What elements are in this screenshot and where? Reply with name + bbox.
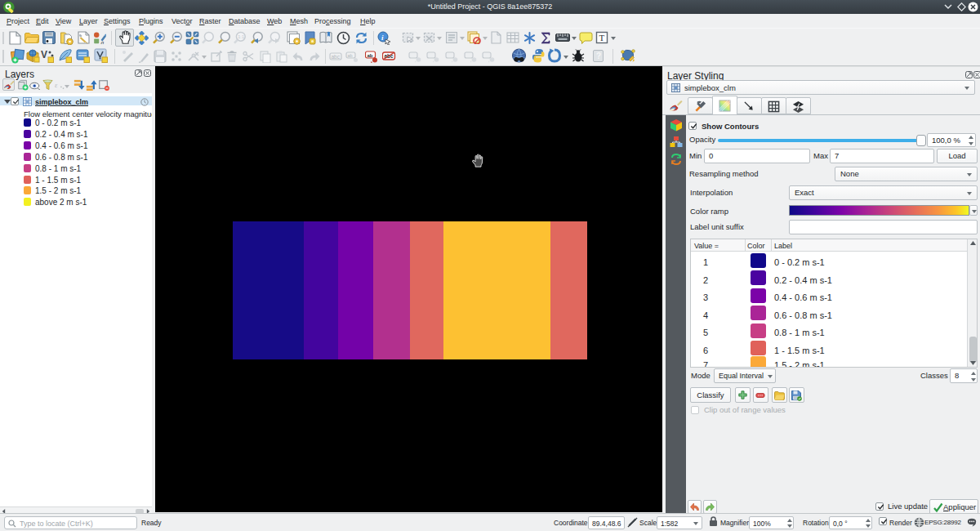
- svg-text:ε: ε: [55, 81, 58, 89]
- svg-text:ab: ab: [368, 53, 373, 58]
- svg-text:a: a: [101, 39, 105, 45]
- svg-text:V: V: [41, 49, 47, 60]
- svg-text:1:1: 1:1: [238, 34, 244, 39]
- svg-text:abc: abc: [332, 54, 341, 60]
- svg-text:T: T: [599, 33, 605, 42]
- svg-text:?: ?: [596, 51, 601, 60]
- svg-text:ab: ab: [348, 53, 353, 58]
